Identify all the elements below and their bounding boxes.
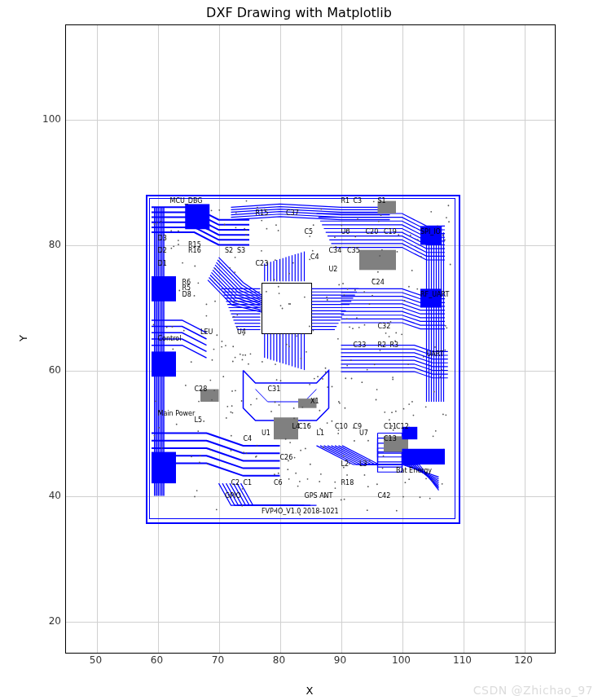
svg-point-362 bbox=[445, 325, 446, 327]
svg-point-124 bbox=[216, 334, 218, 336]
svg-point-293 bbox=[226, 406, 228, 407]
svg-point-93 bbox=[420, 256, 422, 258]
pcb-text-label: D1 bbox=[158, 260, 167, 267]
svg-point-331 bbox=[293, 418, 295, 420]
svg-point-135 bbox=[305, 448, 306, 450]
pcb-text-label: RF_UART bbox=[420, 291, 449, 298]
svg-point-169 bbox=[341, 500, 342, 501]
svg-point-100 bbox=[367, 486, 369, 487]
svg-point-210 bbox=[344, 294, 345, 296]
svg-point-383 bbox=[289, 442, 291, 443]
svg-point-381 bbox=[292, 262, 294, 264]
svg-point-292 bbox=[411, 401, 413, 403]
svg-point-144 bbox=[309, 384, 310, 385]
svg-point-302 bbox=[226, 417, 227, 419]
pcb-text-label: C5 bbox=[305, 228, 314, 236]
svg-point-103 bbox=[404, 300, 406, 302]
svg-point-217 bbox=[238, 301, 240, 302]
svg-point-132 bbox=[231, 405, 233, 407]
pcb-text-label: X1 bbox=[310, 398, 319, 405]
svg-point-328 bbox=[335, 487, 336, 489]
svg-point-245 bbox=[278, 473, 279, 474]
svg-point-330 bbox=[434, 346, 436, 348]
svg-point-395 bbox=[349, 463, 350, 464]
svg-point-339 bbox=[197, 430, 199, 432]
pcb-text-label: S2 bbox=[225, 247, 233, 254]
svg-point-111 bbox=[337, 433, 339, 434]
svg-point-174 bbox=[310, 464, 311, 465]
pcb-text-label: C34 bbox=[329, 247, 342, 254]
pcb-text-label: D3 bbox=[158, 235, 167, 242]
svg-point-206 bbox=[250, 353, 252, 354]
pcb-text-label: FVP-IO_V1.0 2018-1021 bbox=[262, 508, 339, 515]
svg-point-311 bbox=[200, 455, 201, 456]
svg-point-158 bbox=[245, 234, 247, 236]
pcb-text-label: U1 bbox=[262, 429, 270, 437]
svg-point-191 bbox=[160, 221, 162, 222]
svg-point-308 bbox=[178, 231, 179, 232]
svg-point-108 bbox=[442, 483, 443, 485]
svg-point-125 bbox=[261, 250, 262, 252]
svg-point-113 bbox=[401, 333, 402, 335]
pcb-text-label: C20 bbox=[366, 228, 379, 236]
pcb-text-label: GPIO bbox=[225, 492, 241, 500]
svg-point-253 bbox=[294, 457, 296, 459]
svg-point-84 bbox=[275, 363, 276, 365]
svg-point-346 bbox=[446, 217, 447, 218]
svg-point-249 bbox=[246, 452, 248, 454]
svg-point-154 bbox=[301, 407, 303, 408]
svg-point-126 bbox=[275, 224, 277, 226]
svg-point-142 bbox=[161, 447, 163, 449]
svg-point-130 bbox=[309, 326, 310, 328]
svg-point-318 bbox=[445, 414, 446, 416]
pcb-text-label: D8 bbox=[182, 291, 191, 298]
svg-point-386 bbox=[408, 286, 410, 288]
svg-point-146 bbox=[275, 259, 276, 261]
pcb-drawing: MCU_DBGD3R15C37R1C3S1C5U6C20C19SPI_IOR15… bbox=[66, 25, 555, 653]
svg-point-114 bbox=[430, 211, 432, 213]
svg-point-102 bbox=[242, 488, 244, 490]
svg-point-368 bbox=[153, 324, 155, 326]
svg-point-168 bbox=[432, 480, 433, 482]
svg-point-261 bbox=[191, 361, 192, 363]
svg-point-122 bbox=[300, 450, 301, 451]
svg-point-390 bbox=[213, 390, 215, 391]
svg-point-199 bbox=[209, 380, 211, 381]
svg-point-287 bbox=[314, 378, 315, 380]
svg-point-321 bbox=[347, 288, 349, 290]
ytick-label: 80 bbox=[29, 239, 61, 250]
svg-point-278 bbox=[373, 200, 375, 202]
pcb-text-label: C10 bbox=[335, 423, 348, 430]
svg-point-237 bbox=[257, 207, 258, 209]
svg-point-247 bbox=[395, 332, 397, 334]
svg-point-264 bbox=[244, 354, 246, 356]
svg-point-232 bbox=[185, 385, 187, 386]
svg-point-246 bbox=[278, 230, 279, 231]
svg-point-242 bbox=[361, 381, 363, 383]
svg-point-98 bbox=[214, 268, 216, 270]
svg-point-91 bbox=[341, 225, 342, 227]
svg-point-370 bbox=[339, 403, 341, 404]
svg-point-286 bbox=[319, 410, 320, 412]
svg-point-225 bbox=[423, 356, 424, 358]
svg-point-101 bbox=[364, 324, 366, 326]
svg-point-270 bbox=[444, 350, 446, 351]
svg-point-140 bbox=[323, 447, 324, 448]
svg-point-121 bbox=[266, 291, 267, 293]
svg-point-123 bbox=[194, 295, 196, 297]
svg-point-294 bbox=[234, 271, 235, 273]
svg-point-277 bbox=[309, 236, 310, 237]
pcb-text-label: C26 bbox=[280, 454, 293, 461]
axes-area: MCU_DBGD3R15C37R1C3S1C5U6C20C19SPI_IOR15… bbox=[65, 24, 556, 654]
svg-point-192 bbox=[376, 483, 378, 485]
svg-point-271 bbox=[322, 378, 323, 380]
xtick-label: 70 bbox=[212, 654, 224, 666]
svg-point-348 bbox=[235, 227, 236, 228]
svg-point-388 bbox=[317, 376, 319, 377]
pcb-text-label: R3 bbox=[390, 341, 399, 349]
svg-point-181 bbox=[381, 249, 383, 251]
svg-point-166 bbox=[231, 412, 233, 414]
figure-container: DXF Drawing with Matplotlib MCU_DBGD3R15… bbox=[0, 0, 598, 700]
svg-point-94 bbox=[286, 344, 288, 346]
svg-point-238 bbox=[377, 271, 379, 273]
